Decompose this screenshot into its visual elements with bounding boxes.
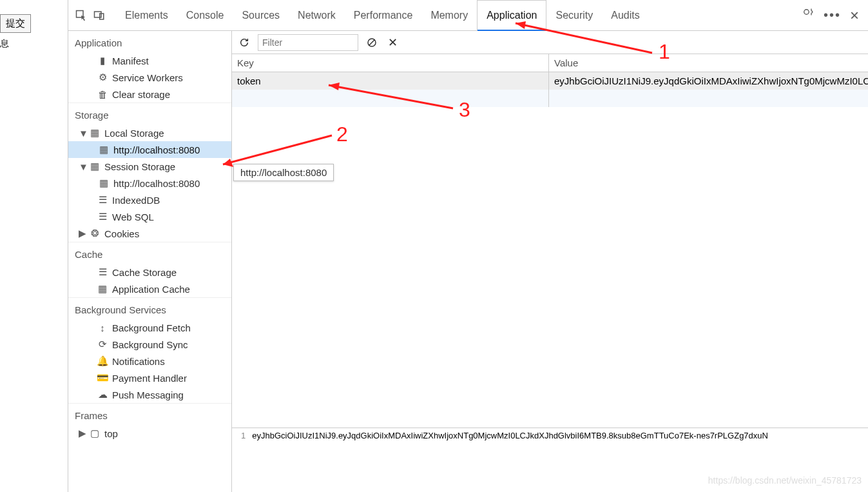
sync-icon: ↕: [97, 322, 108, 333]
annotation-number: 2: [336, 123, 348, 146]
grid-icon: ▦: [89, 127, 101, 139]
grid-icon: ▦: [89, 161, 101, 172]
column-key[interactable]: Key: [232, 54, 549, 72]
sidebar-item-clear-storage[interactable]: 🗑Clear storage: [68, 86, 231, 103]
value-preview-text: eyJhbGciOiJIUzI1NiJ9.eyJqdGkiOiIxMDAxIiw…: [249, 428, 771, 492]
tab-performance[interactable]: Performance: [345, 0, 422, 31]
sidebar-item-label: http://localhost:8080: [113, 178, 200, 189]
sidebar-item-label: http://localhost:8080: [113, 144, 200, 155]
sidebar-item-local-storage[interactable]: ▼▦Local Storage: [68, 124, 231, 141]
sidebar-item-label: Cookies: [104, 228, 139, 239]
grid-icon: ▦: [98, 177, 110, 189]
sidebar-item-label: Local Storage: [104, 128, 164, 139]
bell-icon: 🔔: [97, 355, 108, 367]
sidebar-item-websql[interactable]: ☰Web SQL: [68, 208, 231, 225]
sidebar-item-label: Push Messaging: [112, 389, 184, 400]
sidebar-item-label: Payment Handler: [112, 373, 187, 384]
sidebar-item-background-fetch[interactable]: ↕Background Fetch: [68, 319, 231, 336]
storage-content: ✕ Key Value token eyJhbGciOiJIUzI1NiJ9.e…: [232, 31, 868, 492]
database-icon: ☰: [97, 194, 108, 206]
sidebar-item-label: Web SQL: [112, 212, 154, 222]
sidebar-item-session-storage-origin[interactable]: ▦http://localhost:8080: [68, 175, 231, 192]
sidebar-item-label: IndexedDB: [112, 195, 160, 206]
tab-console[interactable]: Console: [177, 0, 233, 31]
sidebar-item-label: Background Sync: [112, 339, 188, 350]
filter-input[interactable]: [258, 34, 358, 51]
sidebar-item-push-messaging[interactable]: ☁Push Messaging: [68, 386, 231, 403]
storage-toolbar: ✕: [232, 31, 868, 54]
credit-card-icon: 💳: [97, 372, 108, 384]
inspect-element-icon[interactable]: [72, 6, 90, 25]
sidebar-item-indexeddb[interactable]: ☰IndexedDB: [68, 192, 231, 208]
tooltip: http://localhost:8080: [233, 164, 334, 181]
devtools-panel: Elements Console Sources Network Perform…: [68, 0, 868, 492]
database-icon: ☰: [97, 266, 108, 278]
sidebar-item-label: Application Cache: [112, 284, 190, 295]
tab-memory[interactable]: Memory: [421, 0, 477, 31]
cloud-icon: ☁: [97, 389, 108, 400]
section-cache: Cache: [68, 242, 231, 264]
whats-new-icon[interactable]: [802, 7, 815, 23]
section-application: Application: [68, 31, 231, 52]
sidebar-item-notifications[interactable]: 🔔Notifications: [68, 353, 231, 369]
database-icon: ☰: [97, 211, 108, 222]
svg-point-3: [804, 10, 809, 15]
cell-key: token: [232, 72, 549, 90]
sidebar-item-payment-handler[interactable]: 💳Payment Handler: [68, 369, 231, 386]
sidebar-item-label: Background Fetch: [112, 322, 191, 333]
delete-button[interactable]: ✕: [385, 35, 400, 50]
devtools-tabstrip: Elements Console Sources Network Perform…: [68, 0, 868, 31]
cookie-icon: ❂: [89, 228, 101, 239]
refresh-button[interactable]: [237, 35, 251, 50]
window-icon: ▢: [89, 428, 101, 439]
section-background-services: Background Services: [68, 298, 231, 319]
gear-icon: ⚙: [97, 72, 108, 83]
device-toolbar-icon[interactable]: [90, 6, 108, 25]
close-icon[interactable]: ×: [850, 6, 859, 25]
section-storage: Storage: [68, 103, 231, 124]
external-text: 息: [0, 38, 32, 50]
tab-audits[interactable]: Audits: [602, 0, 648, 31]
cell-value: eyJhbGciOiJIUzI1NiJ9.eyJqdGkiOiIxMDAxIiw…: [549, 72, 868, 90]
tab-application[interactable]: Application: [477, 0, 546, 31]
sidebar-item-cookies[interactable]: ▶❂Cookies: [68, 225, 231, 242]
sidebar-item-frames-top[interactable]: ▶▢top: [68, 425, 231, 442]
grid-icon: ▦: [98, 144, 110, 155]
more-icon[interactable]: •••: [824, 8, 841, 23]
table-row[interactable]: token eyJhbGciOiJIUzI1NiJ9.eyJqdGkiOiIxM…: [232, 72, 868, 90]
column-value[interactable]: Value: [549, 54, 868, 72]
cell-key: [232, 90, 549, 107]
line-number: 1: [232, 428, 249, 492]
tab-elements[interactable]: Elements: [116, 0, 177, 31]
application-sidebar: Application ▮Manifest ⚙Service Workers 🗑…: [68, 31, 232, 492]
refresh-icon: ⟳: [97, 339, 108, 350]
trash-icon: 🗑: [97, 89, 108, 100]
grid-icon: ▦: [97, 283, 108, 295]
sidebar-item-cache-storage[interactable]: ☰Cache Storage: [68, 264, 231, 280]
sidebar-item-label: Service Workers: [112, 72, 183, 83]
svg-line-5: [369, 39, 374, 45]
sidebar-item-service-workers[interactable]: ⚙Service Workers: [68, 69, 231, 86]
section-frames: Frames: [68, 404, 231, 425]
sidebar-item-label: Clear storage: [112, 89, 170, 100]
sidebar-item-manifest[interactable]: ▮Manifest: [68, 52, 231, 69]
annotation-number: 1: [659, 40, 670, 64]
sidebar-item-background-sync[interactable]: ⟳Background Sync: [68, 336, 231, 353]
cell-value: [549, 90, 868, 107]
tab-sources[interactable]: Sources: [233, 0, 289, 31]
tab-network[interactable]: Network: [289, 0, 345, 31]
clear-all-button[interactable]: [365, 35, 379, 50]
sidebar-item-label: Manifest: [112, 55, 149, 66]
watermark: https://blog.csdn.net/weixin_45781723: [708, 475, 862, 486]
sidebar-item-label: Cache Storage: [112, 267, 177, 278]
document-icon: ▮: [97, 55, 108, 66]
sidebar-item-session-storage[interactable]: ▼▦Session Storage: [68, 158, 231, 175]
table-row[interactable]: [232, 90, 868, 107]
tab-security[interactable]: Security: [546, 0, 602, 31]
sidebar-item-application-cache[interactable]: ▦Application Cache: [68, 280, 231, 297]
submit-button[interactable]: 提交: [0, 14, 31, 33]
sidebar-item-local-storage-origin[interactable]: ▦http://localhost:8080: [68, 141, 231, 158]
annotation-number: 3: [459, 98, 470, 122]
storage-grid: Key Value token eyJhbGciOiJIUzI1NiJ9.eyJ…: [232, 54, 868, 428]
sidebar-item-label: Session Storage: [104, 161, 175, 172]
